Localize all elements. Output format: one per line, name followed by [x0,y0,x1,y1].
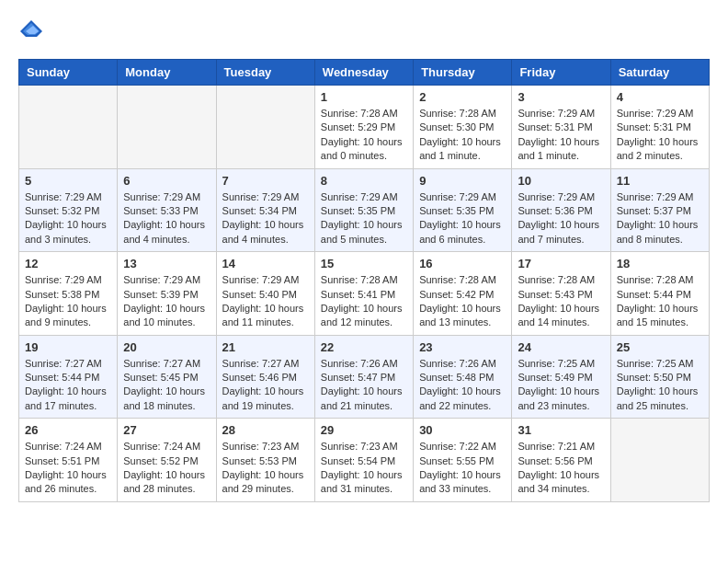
calendar-cell: 13Sunrise: 7:29 AMSunset: 5:39 PMDayligh… [118,252,216,336]
day-number: 8 [321,174,407,188]
day-number: 10 [518,174,604,188]
cell-text: Sunrise: 7:22 AMSunset: 5:55 PMDaylight:… [419,440,506,497]
cell-text: Sunrise: 7:29 AMSunset: 5:31 PMDaylight:… [617,107,703,164]
calendar-cell: 15Sunrise: 7:28 AMSunset: 5:41 PMDayligh… [314,252,413,336]
day-number: 2 [419,90,506,104]
calendar-cell: 29Sunrise: 7:23 AMSunset: 5:54 PMDayligh… [314,419,413,502]
day-number: 7 [222,174,309,188]
day-number: 9 [419,174,506,188]
cell-text: Sunrise: 7:29 AMSunset: 5:34 PMDaylight:… [222,190,309,247]
calendar-cell: 6Sunrise: 7:29 AMSunset: 5:33 PMDaylight… [118,168,216,252]
calendar-cell [118,86,216,169]
day-number: 11 [617,174,703,188]
calendar-week-row: 5Sunrise: 7:29 AMSunset: 5:32 PMDaylight… [19,168,710,252]
day-number: 5 [25,174,111,188]
calendar-cell: 2Sunrise: 7:28 AMSunset: 5:30 PMDaylight… [414,86,512,169]
logo-icon [18,18,44,44]
calendar-cell: 31Sunrise: 7:21 AMSunset: 5:56 PMDayligh… [512,419,610,502]
calendar-cell: 28Sunrise: 7:23 AMSunset: 5:53 PMDayligh… [216,419,314,502]
calendar-cell: 25Sunrise: 7:25 AMSunset: 5:50 PMDayligh… [610,335,709,419]
calendar-week-row: 12Sunrise: 7:29 AMSunset: 5:38 PMDayligh… [19,252,710,336]
cell-text: Sunrise: 7:28 AMSunset: 5:43 PMDaylight:… [518,273,604,330]
calendar-header-monday: Monday [118,60,216,86]
calendar-cell: 11Sunrise: 7:29 AMSunset: 5:37 PMDayligh… [610,168,709,252]
calendar-cell: 16Sunrise: 7:28 AMSunset: 5:42 PMDayligh… [414,252,512,336]
cell-text: Sunrise: 7:21 AMSunset: 5:56 PMDaylight:… [518,440,604,497]
calendar-cell: 14Sunrise: 7:29 AMSunset: 5:40 PMDayligh… [216,252,314,336]
day-number: 21 [222,340,309,354]
logo [18,18,46,44]
calendar-cell: 19Sunrise: 7:27 AMSunset: 5:44 PMDayligh… [19,335,118,419]
cell-text: Sunrise: 7:29 AMSunset: 5:35 PMDaylight:… [419,190,506,247]
calendar-header-row: SundayMondayTuesdayWednesdayThursdayFrid… [19,60,710,86]
calendar-cell: 17Sunrise: 7:28 AMSunset: 5:43 PMDayligh… [512,252,610,336]
cell-text: Sunrise: 7:23 AMSunset: 5:53 PMDaylight:… [222,440,309,497]
cell-text: Sunrise: 7:29 AMSunset: 5:31 PMDaylight:… [518,107,604,164]
cell-text: Sunrise: 7:29 AMSunset: 5:38 PMDaylight:… [25,273,111,330]
day-number: 13 [123,257,210,270]
calendar-cell: 9Sunrise: 7:29 AMSunset: 5:35 PMDaylight… [414,168,512,252]
calendar-cell: 23Sunrise: 7:26 AMSunset: 5:48 PMDayligh… [414,335,512,419]
day-number: 22 [321,340,407,354]
cell-text: Sunrise: 7:28 AMSunset: 5:42 PMDaylight:… [419,273,506,330]
calendar-week-row: 19Sunrise: 7:27 AMSunset: 5:44 PMDayligh… [19,335,710,419]
day-number: 6 [123,174,210,188]
day-number: 4 [617,90,703,104]
calendar-cell: 27Sunrise: 7:24 AMSunset: 5:52 PMDayligh… [118,419,216,502]
cell-text: Sunrise: 7:29 AMSunset: 5:32 PMDaylight:… [25,190,111,247]
cell-text: Sunrise: 7:28 AMSunset: 5:41 PMDaylight:… [321,273,407,330]
calendar-cell [19,86,118,169]
calendar-week-row: 1Sunrise: 7:28 AMSunset: 5:29 PMDaylight… [19,86,710,169]
day-number: 3 [518,90,604,104]
calendar-cell: 21Sunrise: 7:27 AMSunset: 5:46 PMDayligh… [216,335,314,419]
calendar-table: SundayMondayTuesdayWednesdayThursdayFrid… [18,59,710,502]
cell-text: Sunrise: 7:29 AMSunset: 5:33 PMDaylight:… [123,190,210,247]
calendar-cell [216,86,314,169]
day-number: 27 [123,423,210,437]
day-number: 31 [518,423,604,437]
calendar-cell: 3Sunrise: 7:29 AMSunset: 5:31 PMDaylight… [512,86,610,169]
day-number: 24 [518,340,604,354]
day-number: 25 [617,340,703,354]
day-number: 23 [419,340,506,354]
calendar-week-row: 26Sunrise: 7:24 AMSunset: 5:51 PMDayligh… [19,419,710,502]
day-number: 16 [419,257,506,270]
calendar-cell: 20Sunrise: 7:27 AMSunset: 5:45 PMDayligh… [118,335,216,419]
cell-text: Sunrise: 7:29 AMSunset: 5:37 PMDaylight:… [617,190,703,247]
day-number: 1 [321,90,407,104]
calendar-header-sunday: Sunday [19,60,118,86]
cell-text: Sunrise: 7:28 AMSunset: 5:29 PMDaylight:… [321,107,407,164]
day-number: 15 [321,257,407,270]
calendar-cell: 22Sunrise: 7:26 AMSunset: 5:47 PMDayligh… [314,335,413,419]
cell-text: Sunrise: 7:27 AMSunset: 5:46 PMDaylight:… [222,357,309,414]
day-number: 29 [321,423,407,437]
day-number: 17 [518,257,604,270]
day-number: 20 [123,340,210,354]
cell-text: Sunrise: 7:23 AMSunset: 5:54 PMDaylight:… [321,440,407,497]
calendar-header-tuesday: Tuesday [216,60,314,86]
day-number: 18 [617,257,703,270]
cell-text: Sunrise: 7:29 AMSunset: 5:39 PMDaylight:… [123,273,210,330]
calendar-cell: 5Sunrise: 7:29 AMSunset: 5:32 PMDaylight… [19,168,118,252]
calendar-cell: 18Sunrise: 7:28 AMSunset: 5:44 PMDayligh… [610,252,709,336]
cell-text: Sunrise: 7:26 AMSunset: 5:47 PMDaylight:… [321,357,407,414]
calendar-header-wednesday: Wednesday [314,60,413,86]
day-number: 14 [222,257,309,270]
calendar-cell: 10Sunrise: 7:29 AMSunset: 5:36 PMDayligh… [512,168,610,252]
cell-text: Sunrise: 7:24 AMSunset: 5:52 PMDaylight:… [123,440,210,497]
day-number: 28 [222,423,309,437]
calendar-cell: 26Sunrise: 7:24 AMSunset: 5:51 PMDayligh… [19,419,118,502]
calendar-header-saturday: Saturday [610,60,709,86]
calendar-cell: 24Sunrise: 7:25 AMSunset: 5:49 PMDayligh… [512,335,610,419]
cell-text: Sunrise: 7:25 AMSunset: 5:49 PMDaylight:… [518,357,604,414]
calendar-cell: 7Sunrise: 7:29 AMSunset: 5:34 PMDaylight… [216,168,314,252]
cell-text: Sunrise: 7:27 AMSunset: 5:44 PMDaylight:… [25,357,111,414]
day-number: 26 [25,423,111,437]
cell-text: Sunrise: 7:28 AMSunset: 5:30 PMDaylight:… [419,107,506,164]
day-number: 30 [419,423,506,437]
cell-text: Sunrise: 7:24 AMSunset: 5:51 PMDaylight:… [25,440,111,497]
cell-text: Sunrise: 7:29 AMSunset: 5:40 PMDaylight:… [222,273,309,330]
calendar-cell: 8Sunrise: 7:29 AMSunset: 5:35 PMDaylight… [314,168,413,252]
page-header [18,18,710,44]
calendar-header-thursday: Thursday [414,60,512,86]
